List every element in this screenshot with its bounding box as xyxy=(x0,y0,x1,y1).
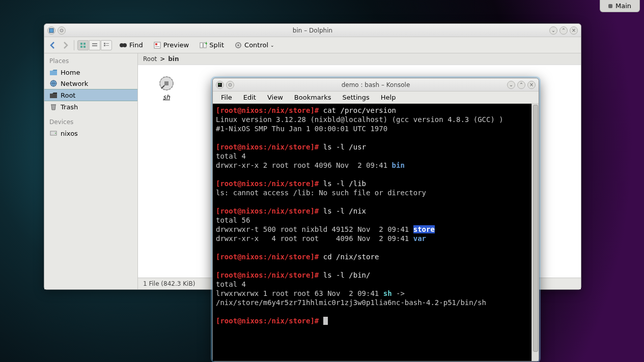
folder-root-icon xyxy=(49,91,58,99)
svg-rect-18 xyxy=(200,43,203,48)
find-button[interactable]: Find xyxy=(116,40,146,51)
drive-icon xyxy=(49,129,58,137)
gear-icon xyxy=(234,41,242,49)
menu-help[interactable]: Help xyxy=(376,93,401,102)
menu-edit[interactable]: Edit xyxy=(238,93,261,102)
sidebar-item-root[interactable]: Root xyxy=(44,89,137,101)
svg-rect-17 xyxy=(155,46,159,47)
menu-bookmarks[interactable]: Bookmarks xyxy=(289,93,337,102)
sidebar-item-label: Root xyxy=(61,92,75,99)
split-icon: + xyxy=(199,41,207,49)
konsole-title: demo : bash – Konsole xyxy=(213,81,539,88)
svg-rect-9 xyxy=(106,43,109,44)
svg-rect-3 xyxy=(83,43,86,45)
terminal-scrollbar[interactable] xyxy=(531,104,539,361)
svg-point-28 xyxy=(55,133,56,134)
trash-icon xyxy=(49,103,58,111)
svg-rect-2 xyxy=(80,43,82,45)
preview-label: Preview xyxy=(163,41,189,49)
svg-rect-16 xyxy=(155,43,157,45)
svg-rect-6 xyxy=(92,43,97,44)
split-button[interactable]: + Split xyxy=(196,40,227,51)
svg-rect-4 xyxy=(80,46,82,48)
dolphin-toolbar: Find Preview + Split Control ⌄ xyxy=(44,37,581,53)
back-button[interactable] xyxy=(47,40,59,51)
icons-view-button[interactable] xyxy=(77,40,89,50)
svg-text:+: + xyxy=(205,41,207,46)
dolphin-titlebar[interactable]: bin – Dolphin ⌄ ⌃ × xyxy=(44,24,581,37)
terminal-output[interactable]: [root@nixos:/nix/store]# cat /proc/versi… xyxy=(213,104,531,361)
sidebar-item-label: Network xyxy=(61,80,88,87)
konsole-menubar: File Edit View Bookmarks Settings Help xyxy=(213,92,539,104)
separator xyxy=(74,40,74,50)
control-button[interactable]: Control ⌄ xyxy=(231,40,277,51)
menu-file[interactable]: File xyxy=(216,93,237,102)
globe-icon xyxy=(49,79,58,87)
breadcrumb-separator: > xyxy=(160,55,165,63)
view-mode-group xyxy=(77,40,112,50)
svg-rect-31 xyxy=(164,81,169,85)
file-label: sh xyxy=(163,94,170,101)
sidebar-item-trash[interactable]: Trash xyxy=(44,101,137,112)
breadcrumb-root[interactable]: Root xyxy=(143,55,157,63)
find-label: Find xyxy=(129,41,143,49)
executable-icon xyxy=(158,75,175,92)
preview-button[interactable]: Preview xyxy=(150,40,192,51)
places-heading: Places xyxy=(44,55,137,67)
main-icon xyxy=(608,4,612,8)
binoculars-icon xyxy=(119,41,127,49)
menu-view[interactable]: View xyxy=(262,93,288,102)
main-label: Main xyxy=(615,2,631,10)
preview-icon xyxy=(153,41,161,49)
control-label: Control xyxy=(244,41,268,49)
sidebar-item-home[interactable]: Home xyxy=(44,67,137,78)
sidebar-item-label: Trash xyxy=(61,103,78,111)
sidebar-item-network[interactable]: Network xyxy=(44,78,137,89)
sidebar-item-nixos[interactable]: nixos xyxy=(44,128,137,139)
cursor xyxy=(323,317,328,325)
svg-rect-8 xyxy=(104,43,105,44)
breadcrumb: Root > bin xyxy=(138,53,581,65)
devices-heading: Devices xyxy=(44,116,137,128)
chevron-down-icon: ⌄ xyxy=(270,43,274,48)
svg-rect-14 xyxy=(122,44,125,46)
svg-rect-25 xyxy=(50,94,57,98)
konsole-window: demo : bash – Konsole ⌄ ⌃ × File Edit Vi… xyxy=(212,78,539,361)
details-view-button[interactable] xyxy=(101,40,112,50)
places-sidebar: Places Home Network Root Trash Devices n… xyxy=(44,53,138,289)
svg-rect-5 xyxy=(83,46,86,48)
sidebar-item-label: nixos xyxy=(61,130,78,137)
forward-button[interactable] xyxy=(60,40,71,51)
svg-rect-26 xyxy=(51,104,56,105)
konsole-titlebar[interactable]: demo : bash – Konsole ⌄ ⌃ × xyxy=(213,78,539,92)
svg-rect-10 xyxy=(104,45,105,46)
breadcrumb-current[interactable]: bin xyxy=(168,55,179,63)
scrollbar-thumb[interactable] xyxy=(533,105,538,352)
dolphin-title: bin – Dolphin xyxy=(44,27,581,34)
svg-point-22 xyxy=(237,44,239,46)
folder-home-icon xyxy=(49,68,58,76)
menu-settings[interactable]: Settings xyxy=(337,93,374,102)
svg-rect-23 xyxy=(50,71,57,75)
sidebar-item-label: Home xyxy=(61,69,80,76)
split-label: Split xyxy=(209,41,224,49)
main-menu-button[interactable]: Main xyxy=(600,0,640,12)
svg-rect-7 xyxy=(92,45,97,46)
svg-rect-11 xyxy=(106,45,109,46)
file-item-sh[interactable]: sh xyxy=(146,73,187,103)
compact-view-button[interactable] xyxy=(89,40,100,50)
